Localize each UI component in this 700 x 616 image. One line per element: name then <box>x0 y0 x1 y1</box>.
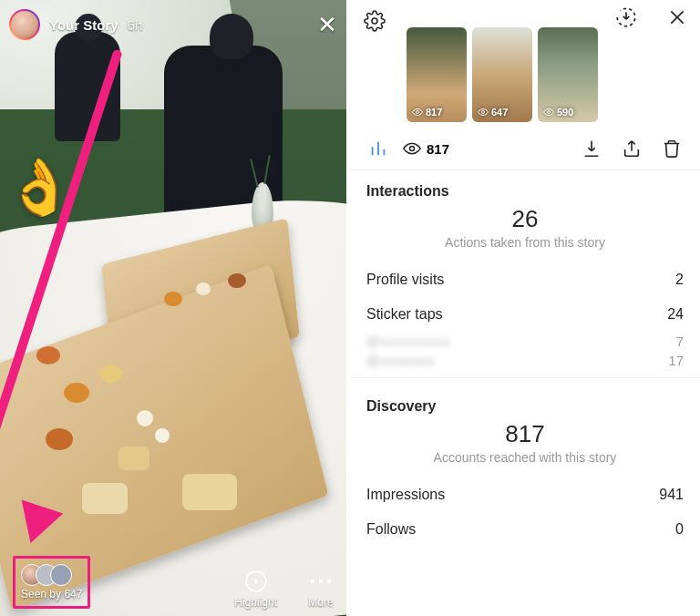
svg-point-6 <box>482 111 485 114</box>
svg-point-7 <box>548 111 551 114</box>
sticker-tap-item: @xxxxxxx 17 <box>350 351 700 370</box>
discovery-subtitle: Accounts reached with this story <box>366 450 684 465</box>
story-thumbnail[interactable]: 590 <box>538 27 598 122</box>
close-icon[interactable]: ✕ <box>317 13 337 36</box>
highlight-icon <box>243 569 269 594</box>
interactions-total: 26 <box>366 205 684 233</box>
profile-visits-row: Profile visits 2 <box>350 262 700 297</box>
svg-point-1 <box>311 580 314 583</box>
sticker-tap-item: @xxxxxxxxx 7 <box>350 332 700 351</box>
discovery-total: 817 <box>366 420 684 448</box>
story-thumbnail[interactable]: 817 <box>407 27 467 122</box>
share-icon[interactable] <box>620 137 643 160</box>
seen-by-button[interactable]: Seen by 647 <box>13 556 90 609</box>
discovery-heading: Discovery <box>366 398 684 415</box>
download-icon[interactable] <box>580 137 603 160</box>
seen-by-label: Seen by 647 <box>21 588 82 601</box>
seen-by-avatars <box>21 564 72 586</box>
chart-icon[interactable] <box>366 137 390 160</box>
svg-point-2 <box>319 580 323 583</box>
highlight-button[interactable]: Highlight <box>234 569 277 609</box>
view-count: 817 <box>403 139 449 158</box>
story-viewer: 👌 Your Story 6h ✕ Seen by 647 <box>0 0 346 616</box>
interactions-heading: Interactions <box>366 183 684 200</box>
story-thumbnail[interactable]: 647 <box>472 27 532 122</box>
insights-toolbar: 817 <box>350 128 700 170</box>
more-icon <box>308 569 334 594</box>
story-title: Your Story <box>49 17 118 33</box>
trash-icon[interactable] <box>660 137 684 160</box>
svg-point-5 <box>417 111 419 114</box>
svg-point-8 <box>410 147 415 151</box>
avatar[interactable] <box>9 9 40 40</box>
eye-icon <box>403 139 421 158</box>
svg-point-4 <box>372 18 377 24</box>
more-button[interactable]: More <box>308 569 334 609</box>
sticker-taps-row: Sticker taps 24 <box>350 297 700 332</box>
impressions-row: Impressions 941 <box>350 477 700 512</box>
story-thumbnail-strip: 817 647 590 <box>407 7 598 122</box>
interactions-subtitle: Actions taken from this story <box>366 235 684 250</box>
svg-point-3 <box>327 580 331 583</box>
follows-row: Follows 0 <box>350 512 700 547</box>
story-age: 6h <box>128 17 143 33</box>
save-circle-icon[interactable] <box>614 5 638 29</box>
close-icon[interactable] <box>665 5 689 29</box>
gear-icon[interactable] <box>363 9 386 33</box>
insights-panel: 817 647 590 <box>346 0 700 616</box>
